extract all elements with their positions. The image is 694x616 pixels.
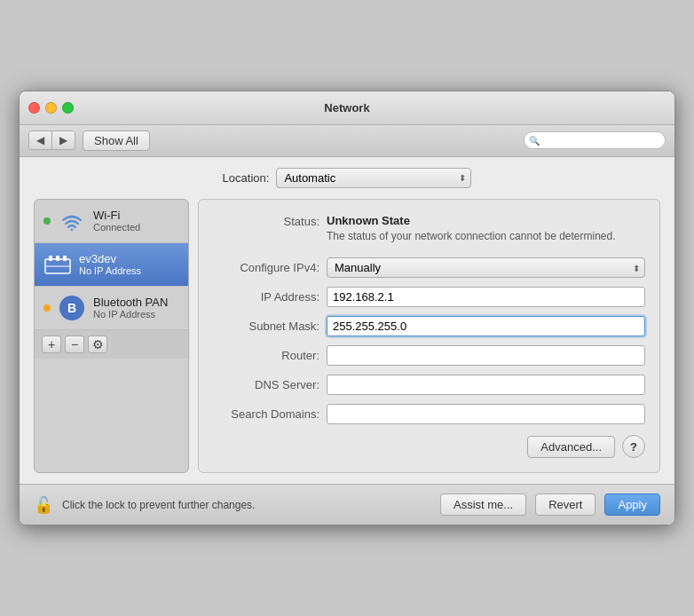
ip-address-input[interactable]: [327, 287, 645, 307]
svg-rect-4: [63, 256, 67, 261]
network-list: Wi-Fi Connected: [35, 200, 188, 330]
search-domains-label: Search Domains:: [213, 407, 319, 421]
wifi-item-text: Wi-Fi Connected: [93, 209, 179, 233]
dns-server-input[interactable]: [327, 375, 645, 395]
assist-me-button[interactable]: Assist me...: [440, 494, 526, 516]
lock-icon[interactable]: 🔓: [34, 495, 53, 515]
bluetooth-item-text: Bluetooth PAN No IP Address: [93, 296, 179, 320]
search-domains-row: Search Domains:: [213, 404, 645, 424]
search-domains-input[interactable]: [327, 404, 645, 424]
window-footer: 🔓 Click the lock to prevent further chan…: [20, 484, 674, 525]
wifi-name: Wi-Fi: [93, 209, 179, 222]
router-label: Router:: [213, 349, 319, 362]
svg-rect-3: [56, 256, 59, 261]
ip-row: IP Address:: [213, 287, 645, 307]
ev3dev-status: No IP Address: [79, 265, 179, 276]
network-window: Network ◀ ▶ Show All 🔍 Location: Automat…: [19, 91, 675, 526]
maximize-button[interactable]: [62, 102, 74, 114]
configure-select[interactable]: Manually Using DHCP Using DHCP with manu…: [327, 257, 645, 278]
sidebar-item-bluetooth-pan[interactable]: B Bluetooth PAN No IP Address: [35, 287, 188, 330]
wifi-status-dot: [43, 217, 51, 225]
subnet-mask-input[interactable]: [327, 316, 645, 336]
status-value: Unknown State: [327, 214, 645, 227]
minimize-button[interactable]: [45, 102, 57, 114]
configure-row: Configure IPv4: Manually Using DHCP Usin…: [213, 257, 645, 278]
bluetooth-status: No IP Address: [93, 309, 179, 320]
dns-row: DNS Server:: [213, 375, 645, 395]
status-label: Status:: [213, 214, 319, 228]
location-label: Location:: [223, 171, 270, 185]
close-button[interactable]: [28, 102, 40, 114]
footer-message: Click the lock to prevent further change…: [62, 499, 431, 511]
apply-button[interactable]: Apply: [604, 494, 660, 516]
add-network-button[interactable]: +: [42, 336, 61, 353]
location-select-wrap: Automatic Edit Locations... ⬍: [276, 168, 471, 188]
sidebar: Wi-Fi Connected: [34, 199, 189, 474]
status-description: The status of your network connection ca…: [327, 229, 645, 244]
revert-button[interactable]: Revert: [535, 494, 595, 516]
router-field-wrap: [327, 345, 645, 366]
sidebar-item-wifi[interactable]: Wi-Fi Connected: [35, 200, 188, 243]
sidebar-item-ev3dev[interactable]: ev3dev No IP Address: [35, 243, 188, 287]
ip-label: IP Address:: [213, 290, 319, 304]
ethernet-icon: [43, 250, 72, 279]
search-input[interactable]: [524, 131, 666, 149]
subnet-label: Subnet Mask:: [213, 320, 319, 333]
status-value-block: Unknown State The status of your network…: [327, 214, 645, 244]
location-select[interactable]: Automatic Edit Locations...: [276, 168, 471, 188]
back-button[interactable]: ◀: [29, 131, 52, 149]
content: Location: Automatic Edit Locations... ⬍: [20, 157, 674, 485]
form-section: Configure IPv4: Manually Using DHCP Usin…: [213, 257, 645, 424]
detail-footer: Advanced... ?: [213, 424, 645, 458]
ev3dev-name: ev3dev: [79, 252, 179, 265]
subnet-field-wrap: [327, 316, 645, 336]
main-area: Wi-Fi Connected: [34, 199, 660, 474]
status-section: Status: Unknown State The status of your…: [213, 214, 645, 244]
subnet-row: Subnet Mask:: [213, 316, 645, 336]
router-input[interactable]: [327, 345, 645, 366]
svg-rect-2: [49, 256, 52, 261]
traffic-lights: [28, 102, 74, 114]
show-all-button[interactable]: Show All: [83, 130, 150, 151]
status-row: Status: Unknown State The status of your…: [213, 214, 645, 244]
remove-network-button[interactable]: −: [65, 336, 84, 353]
bluetooth-name: Bluetooth PAN: [93, 296, 179, 309]
search-wrap: 🔍: [524, 131, 666, 149]
router-row: Router:: [213, 345, 645, 366]
network-options-button[interactable]: ⚙: [88, 336, 107, 353]
advanced-button[interactable]: Advanced...: [527, 436, 615, 458]
ip-field-wrap: [327, 287, 645, 307]
titlebar: Network: [20, 91, 674, 125]
nav-buttons: ◀ ▶: [28, 130, 75, 150]
search-domains-field-wrap: [327, 404, 645, 424]
svg-point-0: [71, 228, 74, 231]
configure-label: Configure IPv4:: [213, 261, 319, 274]
dns-field-wrap: [327, 375, 645, 395]
search-icon: 🔍: [529, 136, 540, 146]
bluetooth-icon-inner: B: [59, 296, 84, 320]
bluetooth-status-dot: [43, 304, 51, 312]
location-row: Location: Automatic Edit Locations... ⬍: [34, 168, 660, 188]
help-button[interactable]: ?: [622, 435, 645, 458]
ev3dev-item-text: ev3dev No IP Address: [79, 252, 179, 276]
sidebar-footer: + − ⚙: [35, 330, 188, 359]
detail-panel: Status: Unknown State The status of your…: [198, 199, 660, 474]
window-title: Network: [324, 101, 369, 115]
bluetooth-icon: B: [58, 294, 86, 322]
wifi-icon: [58, 207, 86, 235]
dns-label: DNS Server:: [213, 378, 319, 391]
wifi-status: Connected: [93, 222, 179, 233]
configure-select-wrap: Manually Using DHCP Using DHCP with manu…: [327, 257, 645, 278]
forward-button[interactable]: ▶: [52, 131, 75, 149]
toolbar: ◀ ▶ Show All 🔍: [20, 125, 674, 157]
